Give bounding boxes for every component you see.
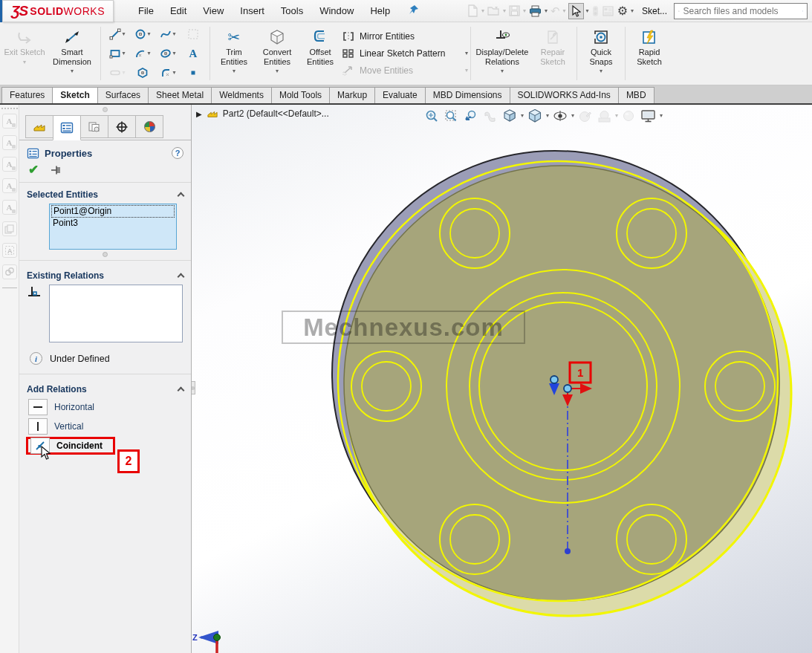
insert-into-annotation-icon[interactable]: A <box>2 157 17 172</box>
tab-property-manager[interactable] <box>53 115 81 140</box>
listbox-resize-handle[interactable] <box>103 252 108 257</box>
view-settings-sphere-icon[interactable] <box>620 107 637 125</box>
relation-vertical[interactable]: Vertical <box>28 418 94 435</box>
options-gear-icon[interactable]: ⚙ <box>617 2 629 19</box>
strip-drag-handle[interactable] <box>1 108 18 109</box>
offset-entities-button[interactable]: Offset Entities <box>299 24 342 83</box>
collapse-chevron-icon[interactable] <box>178 192 185 200</box>
tab-sketch[interactable]: Sketch <box>52 87 97 103</box>
menu-help[interactable]: Help <box>362 1 398 20</box>
tab-surfaces[interactable]: Surfaces <box>97 87 149 103</box>
sketch-fillet-tool[interactable]: ▾ <box>155 63 181 82</box>
hide-show-items-icon[interactable] <box>551 107 569 125</box>
copy-settings-icon[interactable] <box>2 221 17 236</box>
panel-collapse-handle[interactable] <box>19 105 191 114</box>
apply-scene-caret[interactable]: ▾ <box>615 113 618 119</box>
list-item[interactable]: Point1@Origin <box>51 205 175 218</box>
pin-menu-icon[interactable] <box>409 4 419 17</box>
move-entities-button[interactable]: Move Entities ▾ <box>342 63 468 78</box>
search-icon[interactable] <box>802 6 804 16</box>
tab-dimxpert-manager[interactable] <box>108 115 136 138</box>
print-caret[interactable]: ▾ <box>545 8 548 14</box>
task-pane-icon[interactable] <box>602 4 614 18</box>
pin-icon[interactable] <box>51 165 62 175</box>
line-tool[interactable]: ▾ <box>105 25 130 44</box>
options-caret[interactable]: ▾ <box>631 8 634 14</box>
help-icon[interactable]: ? <box>172 147 183 159</box>
circle-tool[interactable]: ▾ <box>130 25 155 44</box>
view-orientation-caret[interactable]: ▾ <box>521 113 524 119</box>
tab-markup[interactable]: Markup <box>329 87 375 103</box>
toggle-icon[interactable] <box>591 4 600 19</box>
point-tool[interactable] <box>181 63 206 82</box>
centerline-endpoint[interactable] <box>565 548 571 554</box>
feature-tree-root[interactable]: ▶ Part2 (Default<<Default>... <box>196 108 329 119</box>
tab-mbd-dimensions[interactable]: MBD Dimensions <box>425 87 510 103</box>
add-relations-header[interactable]: Add Relations <box>19 377 191 398</box>
tab-sheet-metal[interactable]: Sheet Metal <box>148 87 212 103</box>
menu-insert[interactable]: Insert <box>232 1 273 20</box>
collapse-chevron-icon[interactable] <box>178 387 185 394</box>
save-caret[interactable]: ▾ <box>523 8 526 14</box>
tree-expand-icon[interactable]: ▶ <box>196 110 202 118</box>
add-annotation-icon[interactable]: A <box>2 178 17 193</box>
collapse-chevron-icon[interactable] <box>178 273 185 281</box>
edit-appearance-icon[interactable] <box>576 107 594 125</box>
section-view-icon[interactable] <box>481 107 498 125</box>
tab-configuration-manager[interactable] <box>80 115 108 138</box>
select-tool-caret[interactable]: ▾ <box>586 8 589 14</box>
menu-window[interactable]: Window <box>311 1 362 20</box>
open-caret[interactable]: ▾ <box>503 8 506 14</box>
menu-view[interactable]: View <box>195 1 232 20</box>
view-settings-monitor-icon[interactable] <box>639 107 657 125</box>
new-document-caret[interactable]: ▾ <box>481 8 484 14</box>
zoom-to-fit-icon[interactable] <box>423 107 441 125</box>
selected-entities-header[interactable]: Selected Entities <box>19 183 191 204</box>
rapid-sketch-button[interactable]: Rapid Sketch <box>628 24 671 83</box>
spline-tool[interactable]: ▾ <box>155 25 181 44</box>
tab-feature-manager[interactable] <box>25 115 53 138</box>
sketch-point-3[interactable] <box>550 376 558 383</box>
polygon-tool[interactable] <box>130 63 155 82</box>
save-icon[interactable] <box>508 4 521 18</box>
new-annotation-view-icon[interactable]: A <box>2 114 17 129</box>
search-input[interactable] <box>683 6 799 16</box>
ellipse-tool[interactable]: ▾ <box>155 44 181 63</box>
quick-snaps-button[interactable]: Quick Snaps ▾ <box>579 24 623 83</box>
linear-sketch-pattern-button[interactable]: Linear Sketch Pattern ▾ <box>342 46 468 61</box>
open-icon[interactable] <box>487 4 501 18</box>
slot-tool[interactable]: ▾ <box>105 63 130 82</box>
search-box[interactable] <box>674 3 808 19</box>
print-icon[interactable] <box>528 4 542 19</box>
edit-annotation-icon[interactable]: A <box>2 135 17 150</box>
rectangle-tool[interactable]: ▾ <box>105 44 130 63</box>
undo-icon[interactable]: ↶ <box>550 3 561 19</box>
search-scope-icon[interactable] <box>678 7 680 16</box>
ok-check-icon[interactable]: ✔ <box>28 163 39 176</box>
new-document-icon[interactable] <box>467 3 479 19</box>
arc-tool[interactable]: ▾ <box>130 44 155 63</box>
convert-entities-button[interactable]: Convert Entities ▾ <box>256 24 299 83</box>
tab-features[interactable]: Features <box>1 87 53 103</box>
display-style-icon[interactable] <box>526 107 544 125</box>
hide-show-caret[interactable]: ▾ <box>571 113 574 119</box>
selection-set-icon[interactable]: A <box>2 243 17 258</box>
graphics-viewport[interactable]: ▶ Part2 (Default<<Default>... ▾ ▾ <box>192 105 812 653</box>
tab-weldments[interactable]: Weldments <box>211 87 272 103</box>
select-tool-pressed[interactable] <box>568 3 584 19</box>
selection-marquee-tool[interactable] <box>181 25 206 44</box>
exit-sketch-button[interactable]: Exit Sketch ▾ <box>3 24 46 83</box>
text-tool[interactable]: A <box>181 44 206 63</box>
tab-mold-tools[interactable]: Mold Tools <box>271 87 330 103</box>
part-tree-label[interactable]: Part2 (Default<<Default>... <box>223 108 329 119</box>
menu-edit[interactable]: Edit <box>162 1 195 20</box>
tab-solidworks-addins[interactable]: SOLIDWORKS Add-Ins <box>510 87 619 103</box>
view-orientation-icon[interactable] <box>501 107 519 125</box>
vertical-relation-icon[interactable] <box>28 418 48 435</box>
relation-coincident[interactable]: Coincident <box>26 437 115 455</box>
display-delete-relations-button[interactable]: Display/Delete Relations ▾ <box>473 24 531 83</box>
annotation-note-icon[interactable]: A <box>2 200 17 215</box>
sketch-point-origin[interactable] <box>564 385 571 392</box>
list-item[interactable]: Point3 <box>51 218 175 229</box>
apply-scene-icon[interactable] <box>596 107 613 125</box>
